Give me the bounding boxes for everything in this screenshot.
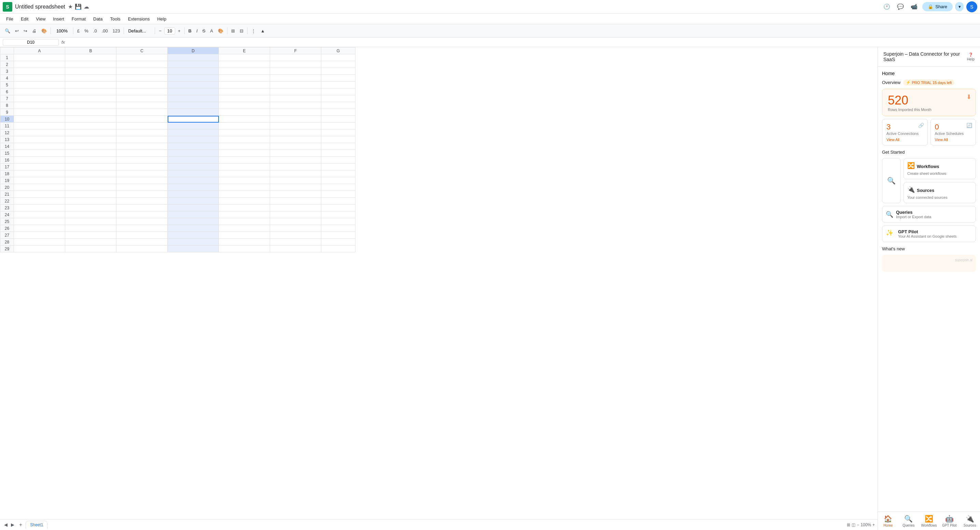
- grid-cell[interactable]: [168, 116, 219, 123]
- grid-cell[interactable]: [270, 82, 321, 88]
- grid-cell[interactable]: [65, 177, 116, 184]
- bold-button[interactable]: B: [186, 27, 194, 35]
- grid-cell[interactable]: [321, 191, 355, 198]
- grid-cell[interactable]: [65, 218, 116, 225]
- doc-title[interactable]: Untitled spreadsheet: [15, 4, 65, 10]
- grid-cell[interactable]: [168, 184, 219, 191]
- grid-cell[interactable]: [168, 82, 219, 88]
- grid-cell[interactable]: [116, 82, 168, 88]
- grid-cell[interactable]: [168, 129, 219, 136]
- grid-cell[interactable]: [116, 88, 168, 95]
- grid-cell[interactable]: [65, 61, 116, 68]
- menu-insert[interactable]: Insert: [49, 15, 68, 23]
- formula-input[interactable]: [68, 40, 977, 45]
- grid-cell[interactable]: [168, 123, 219, 129]
- grid-cell[interactable]: [116, 191, 168, 198]
- grid-cell[interactable]: [65, 68, 116, 75]
- menu-view[interactable]: View: [32, 15, 49, 23]
- grid-cell[interactable]: [14, 177, 65, 184]
- grid-cell[interactable]: [270, 150, 321, 157]
- grid-cell[interactable]: [14, 136, 65, 143]
- queries-card[interactable]: 🔍 Queries Import or Export data: [882, 206, 976, 223]
- grid-cell[interactable]: [270, 102, 321, 109]
- grid-cell[interactable]: [321, 177, 355, 184]
- history-icon[interactable]: 🕐: [881, 2, 892, 12]
- workflows-card[interactable]: 🔀 Workflows Create sheet workflows: [904, 158, 976, 179]
- add-sheet-button[interactable]: +: [16, 520, 25, 529]
- grid-cell[interactable]: [116, 75, 168, 82]
- cloud-icon[interactable]: ☁: [84, 3, 89, 10]
- nav-gpt-pilot[interactable]: 🤖 GPT Pilot: [939, 512, 959, 530]
- grid-cell[interactable]: [219, 232, 270, 239]
- grid-cell[interactable]: [270, 136, 321, 143]
- grid-cell[interactable]: [219, 191, 270, 198]
- menu-extensions[interactable]: Extensions: [125, 15, 153, 23]
- grid-cell[interactable]: [219, 88, 270, 95]
- grid-cell[interactable]: [116, 225, 168, 232]
- grid-cell[interactable]: [14, 157, 65, 164]
- grid-cell[interactable]: [270, 109, 321, 116]
- dec-decrease-button[interactable]: .0: [91, 27, 99, 35]
- grid-cell[interactable]: [14, 116, 65, 123]
- queries-icon-card[interactable]: 🔍: [882, 158, 901, 203]
- grid-cell[interactable]: [219, 245, 270, 252]
- grid-cell[interactable]: [116, 157, 168, 164]
- share-dropdown-button[interactable]: ▾: [955, 2, 964, 11]
- grid-cell[interactable]: [321, 109, 355, 116]
- nav-home[interactable]: 🏠 Home: [878, 512, 898, 530]
- grid-cell[interactable]: [270, 198, 321, 205]
- redo-icon[interactable]: ↪: [22, 27, 29, 35]
- grid-cell[interactable]: [168, 68, 219, 75]
- sidebar-help-button[interactable]: ❓ Help: [967, 53, 975, 61]
- paint-format-icon[interactable]: 🎨: [39, 27, 49, 35]
- menu-tools[interactable]: Tools: [107, 15, 124, 23]
- grid-cell[interactable]: [321, 225, 355, 232]
- grid-cell[interactable]: [116, 232, 168, 239]
- search-icon[interactable]: 🔍: [3, 27, 12, 35]
- grid-cell[interactable]: [14, 245, 65, 252]
- cell-reference-input[interactable]: [3, 39, 59, 46]
- grid-cell[interactable]: [14, 170, 65, 177]
- grid-cell[interactable]: [14, 75, 65, 82]
- grid-cell[interactable]: [270, 170, 321, 177]
- grid-cell[interactable]: [168, 198, 219, 205]
- grid-cell[interactable]: [14, 150, 65, 157]
- grid-cell[interactable]: [116, 68, 168, 75]
- grid-cell[interactable]: [65, 232, 116, 239]
- grid-cell[interactable]: [65, 102, 116, 109]
- grid-cell[interactable]: [65, 123, 116, 129]
- grid-cell[interactable]: [219, 164, 270, 170]
- grid-cell[interactable]: [219, 102, 270, 109]
- grid-cell[interactable]: [168, 95, 219, 102]
- grid-cell[interactable]: [65, 129, 116, 136]
- nav-workflows[interactable]: 🔀 Workflows: [919, 512, 939, 530]
- dec-increase-button[interactable]: .00: [100, 27, 110, 35]
- grid-cell[interactable]: [168, 102, 219, 109]
- grid-cell[interactable]: [14, 102, 65, 109]
- grid-cell[interactable]: [219, 218, 270, 225]
- zoom-out-icon[interactable]: −: [857, 522, 859, 527]
- grid-cell[interactable]: [219, 109, 270, 116]
- menu-edit[interactable]: Edit: [18, 15, 32, 23]
- grid-cell[interactable]: [14, 61, 65, 68]
- grid-cell[interactable]: [321, 164, 355, 170]
- col-header-A[interactable]: A: [14, 48, 65, 54]
- grid-cell[interactable]: [270, 184, 321, 191]
- grid-cell[interactable]: [14, 164, 65, 170]
- grid-cell[interactable]: [321, 205, 355, 212]
- grid-cell[interactable]: [219, 205, 270, 212]
- explore-icon[interactable]: ⊞: [847, 522, 850, 527]
- grid-cell[interactable]: [14, 198, 65, 205]
- grid-cell[interactable]: [65, 212, 116, 218]
- share-button[interactable]: 🔒 Share: [922, 2, 953, 11]
- grid-cell[interactable]: [116, 170, 168, 177]
- grid-cell[interactable]: [116, 164, 168, 170]
- grid-cell[interactable]: [321, 82, 355, 88]
- grid-cell[interactable]: [65, 136, 116, 143]
- grid-cell[interactable]: [168, 232, 219, 239]
- grid-cell[interactable]: [116, 136, 168, 143]
- grid-cell[interactable]: [219, 136, 270, 143]
- grid-cell[interactable]: [14, 109, 65, 116]
- grid-cell[interactable]: [168, 225, 219, 232]
- grid-cell[interactable]: [219, 54, 270, 61]
